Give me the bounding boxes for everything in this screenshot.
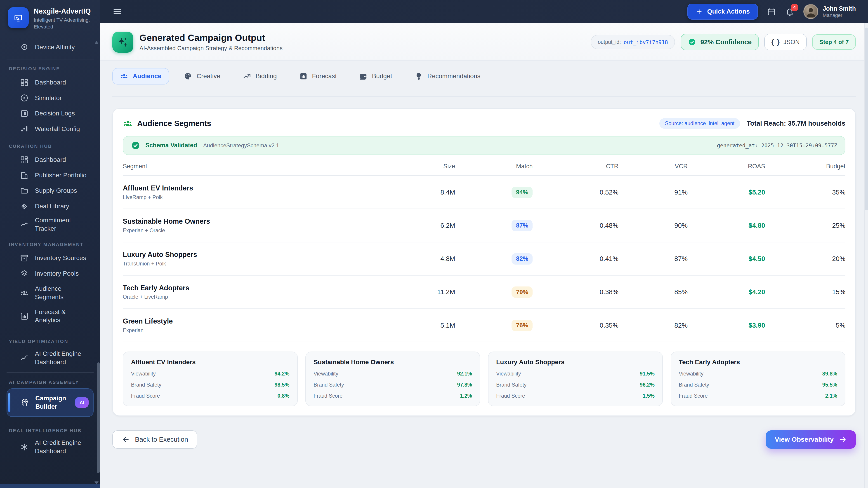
match-badge: 94%: [512, 187, 532, 198]
back-to-execution-button[interactable]: Back to Execution: [112, 430, 197, 449]
metric-row: Fraud Score 1.5%: [496, 393, 655, 399]
segment-provider: Oracle + LiveRamp: [123, 294, 408, 300]
match-badge: 79%: [512, 287, 532, 298]
match-cell: 87%: [455, 220, 533, 231]
column-header-match: Match: [455, 163, 533, 170]
size-cell: 4.8M: [408, 255, 455, 263]
tabs: Audience Creative: [100, 61, 868, 85]
main-area: Quick Actions 4: [100, 0, 868, 488]
segment-name: Luxury Auto Shoppers: [123, 251, 408, 258]
tab-label: Creative: [197, 72, 220, 80]
roas-cell: $4.20: [688, 288, 765, 296]
metric-row: Fraud Score 0.8%: [131, 393, 289, 399]
sidebar-item-device-affinity[interactable]: Device Affinity: [6, 39, 94, 55]
metric-row: Brand Safety 96.2%: [496, 382, 655, 388]
sidebar-item-dashboard-de[interactable]: Dashboard: [6, 75, 94, 90]
budget-cell: 15%: [765, 288, 845, 296]
quality-card: Affluent EV Intenders Viewability 94.2% …: [123, 352, 298, 406]
dashboard-grid-icon: [20, 78, 29, 87]
trend-line-icon: [20, 220, 29, 229]
ctr-cell: 0.48%: [532, 222, 618, 229]
segment-cell: Sustainable Home Owners Experian + Oracl…: [123, 217, 408, 234]
metric-label: Viewability: [496, 371, 521, 377]
menu-icon[interactable]: [112, 6, 122, 17]
sidebar-item-deal-library[interactable]: Deal Library: [6, 199, 94, 214]
column-header-segment: Segment: [123, 163, 408, 170]
output-id-chip[interactable]: output_id: out_ibv7i7h918: [591, 35, 675, 49]
segment-cell: Luxury Auto Shoppers TransUnion + Polk: [123, 251, 408, 267]
sidebar-item-ai-credit-engine-deal[interactable]: AI Credit Engine Dashboard: [6, 436, 94, 457]
budget-cell: 5%: [765, 322, 845, 329]
page-header-left: Generated Campaign Output AI-Assembled C…: [112, 32, 283, 53]
metric-label: Brand Safety: [131, 382, 161, 388]
metric-row: Brand Safety 95.5%: [679, 382, 837, 388]
ctr-cell: 0.52%: [532, 188, 618, 196]
sidebar-item-inventory-pools[interactable]: Inventory Pools: [6, 266, 94, 282]
sidebar-item-inventory-sources[interactable]: Inventory Sources: [6, 250, 94, 266]
sidebar-item-ai-credit-engine-yield[interactable]: AI Credit Engine Dashboard: [6, 348, 94, 368]
json-button[interactable]: { } JSON: [764, 34, 807, 50]
metric-row: Viewability 94.2%: [131, 371, 289, 377]
calendar-icon[interactable]: [767, 7, 776, 17]
tab-creative[interactable]: Creative: [176, 68, 228, 85]
match-badge: 76%: [512, 320, 532, 331]
metric-value: 92.1%: [457, 371, 472, 377]
sidebar-item-audience-segments[interactable]: Audience Segments: [6, 281, 94, 304]
sidebar-item-publisher-portfolio[interactable]: Publisher Portfolio: [6, 168, 94, 183]
page-scrollbar[interactable]: [864, 23, 868, 488]
ctr-cell: 0.38%: [532, 288, 618, 296]
table-row: Tech Early Adopters Oracle + LiveRamp 11…: [123, 275, 845, 309]
quality-card-title: Sustainable Home Owners: [313, 359, 472, 366]
metric-value: 2.1%: [825, 393, 837, 399]
users-icon: [20, 289, 29, 297]
tab-audience[interactable]: Audience: [112, 68, 169, 85]
page-title-block: Generated Campaign Output AI-Assembled C…: [140, 33, 283, 51]
tab-budget[interactable]: Budget: [351, 68, 400, 85]
dashboard-grid-icon: [20, 156, 29, 164]
table-row: Luxury Auto Shoppers TransUnion + Polk 4…: [123, 242, 845, 275]
tab-label: Budget: [372, 72, 392, 80]
sidebar-bottom-strip: [0, 484, 100, 488]
sidebar-item-supply-groups[interactable]: Supply Groups: [6, 183, 94, 199]
quality-card-title: Affluent EV Intenders: [131, 359, 289, 366]
wallet-icon: [359, 72, 368, 80]
brand: Nexgile-AdvertIQ Intelligent TV Advertis…: [0, 0, 100, 36]
sidebar-item-commitment-tracker[interactable]: Commitment Tracker: [6, 214, 94, 235]
metric-value: 97.8%: [457, 382, 472, 388]
sidebar-item-decision-logs[interactable]: Decision Logs: [6, 106, 94, 121]
user-menu[interactable]: John Smith Manager: [803, 4, 856, 19]
column-header-size: Size: [408, 163, 455, 170]
sidebar-divider: [6, 421, 94, 421]
sidebar-scroll-up-arrow[interactable]: [94, 41, 98, 44]
confidence-label: 92% Confidence: [701, 38, 752, 46]
validation-schema: AudienceStrategySchema v2.1: [203, 142, 279, 149]
sidebar-item-campaign-builder[interactable]: Campaign Builder AI: [6, 388, 94, 417]
segment-cell: Affluent EV Intenders LiveRamp + Polk: [123, 184, 408, 200]
topbar-right: Quick Actions 4: [687, 4, 856, 20]
footer-actions: Back to Execution View Observability: [112, 430, 856, 449]
tabs-divider: [112, 96, 856, 97]
tab-bidding[interactable]: Bidding: [235, 68, 284, 85]
vcr-cell: 82%: [618, 322, 688, 329]
sidebar-item-forecast-analytics[interactable]: Forecast & Analytics: [6, 304, 94, 328]
segment-provider: Experian + Oracle: [123, 228, 408, 234]
tab-forecast[interactable]: Forecast: [291, 68, 344, 85]
metric-label: Brand Safety: [313, 382, 344, 388]
sidebar-item-waterfall-config[interactable]: Waterfall Config: [6, 121, 94, 137]
view-observability-button[interactable]: View Observability: [766, 430, 856, 449]
sidebar-item-dashboard-ch[interactable]: Dashboard: [6, 152, 94, 168]
quality-card-title: Tech Early Adopters: [679, 359, 837, 366]
step-indicator: Step 4 of 7: [812, 34, 856, 50]
metric-label: Fraud Score: [679, 393, 708, 399]
sidebar-scrollbar-thumb[interactable]: [97, 362, 100, 473]
quick-actions-button[interactable]: Quick Actions: [687, 4, 758, 20]
page-scrollbar-thumb[interactable]: [865, 28, 868, 210]
sidebar-item-label: AI Credit Engine Dashboard: [35, 439, 90, 455]
segment-cell: Tech Early Adopters Oracle + LiveRamp: [123, 284, 408, 300]
segment-provider: TransUnion + Polk: [123, 261, 408, 267]
tab-recommendations[interactable]: Recommendations: [407, 68, 488, 85]
page-title: Generated Campaign Output: [140, 33, 283, 43]
notifications[interactable]: 4: [785, 7, 795, 17]
page-header: Generated Campaign Output AI-Assembled C…: [100, 23, 868, 61]
sidebar-item-simulator[interactable]: Simulator: [6, 90, 94, 106]
